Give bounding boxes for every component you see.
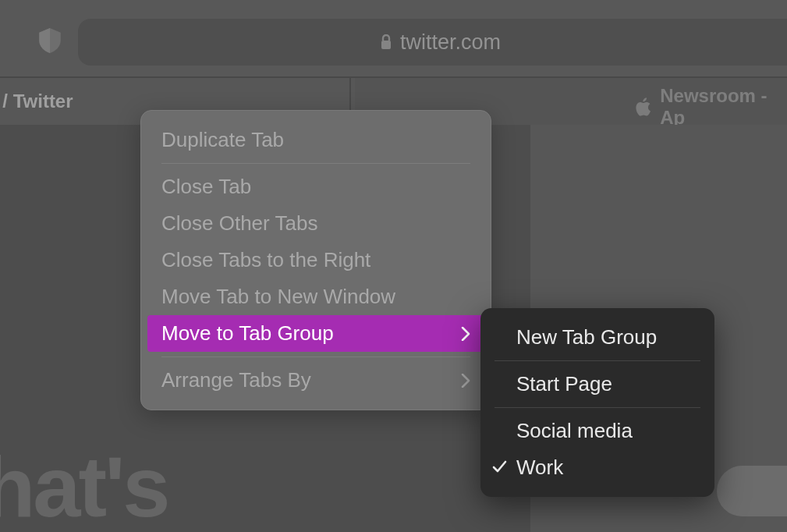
checkmark-icon [491, 459, 507, 474]
menu-label: Close Tab [161, 175, 251, 199]
submenu-new-tab-group[interactable]: New Tab Group [480, 319, 714, 356]
url-text: twitter.com [400, 30, 501, 55]
submenu-start-page[interactable]: Start Page [480, 366, 714, 403]
floating-button[interactable] [717, 466, 787, 516]
menu-label: Close Other Tabs [161, 211, 317, 236]
menu-duplicate-tab[interactable]: Duplicate Tab [141, 122, 491, 158]
menu-label: Duplicate Tab [161, 128, 284, 152]
submenu-social-media[interactable]: Social media [480, 413, 714, 449]
submenu-label: Work [516, 456, 563, 479]
submenu-separator [495, 360, 700, 361]
submenu-work[interactable]: Work [480, 449, 714, 486]
page-heading-fragment: vhat's [0, 437, 168, 532]
browser-toolbar: twitter.com [0, 0, 787, 78]
menu-separator [161, 356, 470, 357]
submenu-label: New Tab Group [516, 325, 657, 349]
tab-title: appening / Twitter [0, 90, 73, 112]
menu-arrange-tabs-by[interactable]: Arrange Tabs By [141, 362, 491, 399]
menu-label: Move to Tab Group [161, 321, 334, 346]
tab-group-submenu: New Tab Group Start Page Social media Wo… [480, 308, 714, 497]
menu-separator [161, 163, 470, 164]
submenu-label: Social media [516, 419, 633, 442]
submenu-label: Start Page [516, 372, 612, 395]
apple-logo-icon [636, 97, 652, 117]
menu-label: Move Tab to New Window [161, 285, 395, 309]
menu-label: Close Tabs to the Right [161, 248, 370, 272]
privacy-shield-icon[interactable] [39, 28, 61, 53]
chevron-right-icon [461, 327, 470, 341]
menu-move-tab-new-window[interactable]: Move Tab to New Window [141, 278, 491, 315]
tab-context-menu: Duplicate Tab Close Tab Close Other Tabs… [140, 110, 491, 410]
svg-rect-0 [381, 41, 391, 49]
menu-close-tab[interactable]: Close Tab [141, 168, 491, 205]
menu-close-tabs-right[interactable]: Close Tabs to the Right [141, 242, 491, 278]
submenu-separator [495, 407, 700, 408]
menu-move-to-tab-group[interactable]: Move to Tab Group [147, 315, 484, 352]
address-bar[interactable]: twitter.com [78, 19, 787, 66]
menu-label: Arrange Tabs By [161, 368, 311, 392]
menu-close-other-tabs[interactable]: Close Other Tabs [141, 205, 491, 242]
lock-icon [380, 34, 392, 50]
tab-title: Newsroom - Ap [660, 85, 787, 129]
chevron-right-icon [461, 374, 470, 388]
